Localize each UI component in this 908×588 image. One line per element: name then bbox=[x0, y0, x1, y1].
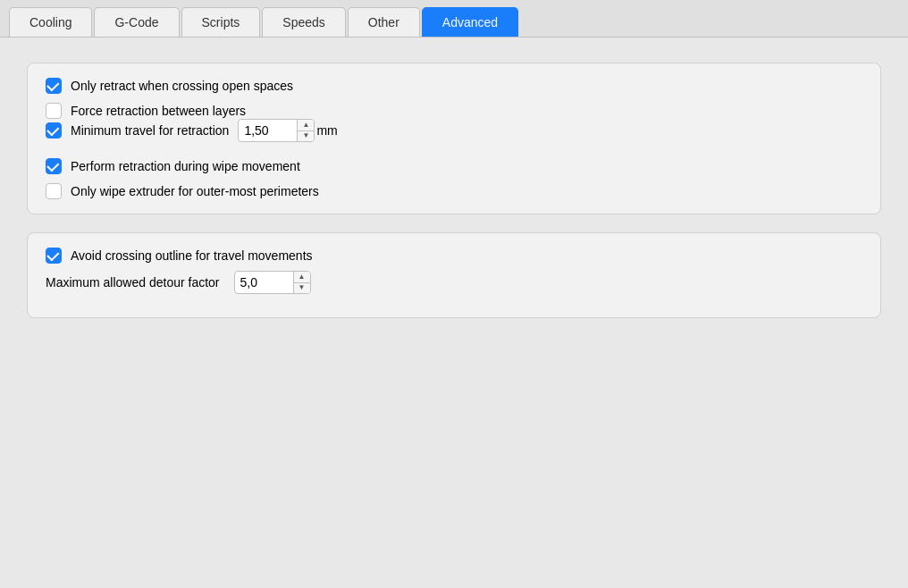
main-content: Only retract when crossing open spacesFo… bbox=[0, 38, 908, 354]
max-detour-label: Maximum allowed detour factor bbox=[46, 275, 220, 290]
checkbox-input-only-wipe[interactable] bbox=[46, 183, 62, 199]
checkbox-label-force-retraction: Force retraction between layers bbox=[71, 104, 246, 118]
checkbox-label-perform-retraction: Perform retraction during wipe movement bbox=[71, 159, 300, 173]
tab-gcode[interactable]: G-Code bbox=[94, 7, 179, 37]
tab-advanced[interactable]: Advanced bbox=[422, 7, 518, 37]
min-travel-unit: mm bbox=[316, 123, 337, 138]
checkbox-label-only-retract: Only retract when crossing open spaces bbox=[71, 79, 293, 93]
checkbox-label-avoid-crossing: Avoid crossing outline for travel moveme… bbox=[71, 248, 313, 263]
max-detour-spinner-up[interactable]: ▲ bbox=[294, 272, 310, 283]
tab-cooling[interactable]: Cooling bbox=[9, 7, 92, 37]
checkbox-force-retraction[interactable]: Force retraction between layers bbox=[46, 103, 862, 119]
checkbox-input-perform-retraction[interactable] bbox=[46, 158, 62, 174]
max-detour-row: Maximum allowed detour factor▲▼ bbox=[46, 271, 862, 294]
tab-scripts[interactable]: Scripts bbox=[181, 7, 261, 37]
checkbox-input-force-retraction[interactable] bbox=[46, 103, 62, 119]
tab-speeds[interactable]: Speeds bbox=[262, 7, 345, 37]
min-travel-input-wrapper: ▲▼ bbox=[238, 119, 315, 142]
min-travel-label: Minimum travel for retraction bbox=[71, 123, 229, 138]
divider bbox=[46, 151, 862, 158]
tab-bar: CoolingG-CodeScriptsSpeedsOtherAdvanced bbox=[0, 0, 908, 38]
min-travel-checkbox[interactable] bbox=[46, 122, 62, 139]
min-travel-row: Minimum travel for retraction▲▼mm bbox=[46, 119, 862, 142]
max-detour-input-wrapper: ▲▼ bbox=[234, 271, 311, 294]
checkbox-avoid-crossing[interactable]: Avoid crossing outline for travel moveme… bbox=[46, 248, 862, 264]
checkbox-only-wipe[interactable]: Only wipe extruder for outer-most perime… bbox=[46, 183, 862, 199]
max-detour-spinner-down[interactable]: ▼ bbox=[294, 283, 310, 294]
ooze-section-box: Only retract when crossing open spacesFo… bbox=[27, 63, 881, 214]
max-detour-input[interactable] bbox=[235, 273, 293, 291]
checkbox-input-avoid-crossing[interactable] bbox=[46, 248, 62, 264]
min-travel-spinner-down[interactable]: ▼ bbox=[298, 131, 314, 142]
tab-other[interactable]: Other bbox=[348, 7, 420, 37]
min-travel-spinner-up[interactable]: ▲ bbox=[298, 120, 314, 131]
movement-section-box: Avoid crossing outline for travel moveme… bbox=[27, 232, 881, 318]
checkbox-label-only-wipe: Only wipe extruder for outer-most perime… bbox=[71, 184, 319, 198]
min-travel-input[interactable] bbox=[239, 122, 297, 139]
checkbox-perform-retraction[interactable]: Perform retraction during wipe movement bbox=[46, 158, 862, 174]
checkbox-input-only-retract[interactable] bbox=[46, 78, 62, 94]
checkbox-only-retract[interactable]: Only retract when crossing open spaces bbox=[46, 78, 862, 94]
